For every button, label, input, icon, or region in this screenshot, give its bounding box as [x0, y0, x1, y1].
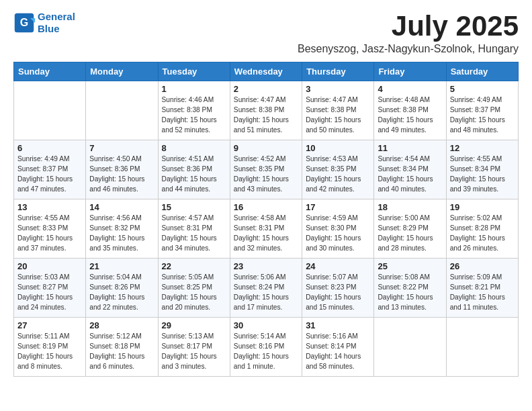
- calendar-cell: 12Sunrise: 4:55 AM Sunset: 8:34 PM Dayli…: [446, 140, 518, 199]
- calendar-cell: 19Sunrise: 5:02 AM Sunset: 8:28 PM Dayli…: [446, 199, 518, 259]
- logo-icon: G: [13, 12, 35, 34]
- day-info: Sunrise: 4:49 AM Sunset: 8:37 PM Dayligh…: [17, 154, 82, 194]
- calendar-cell: 23Sunrise: 5:06 AM Sunset: 8:24 PM Dayli…: [230, 259, 302, 318]
- weekday-header-thursday: Thursday: [302, 62, 374, 81]
- title-block: July 2025 Besenyszog, Jasz-Nagykun-Szoln…: [298, 11, 519, 55]
- day-number: 9: [234, 143, 298, 153]
- calendar-cell: 27Sunrise: 5:11 AM Sunset: 8:19 PM Dayli…: [14, 318, 86, 377]
- weekday-header-sunday: Sunday: [14, 62, 86, 81]
- calendar-cell: 9Sunrise: 4:52 AM Sunset: 8:35 PM Daylig…: [230, 140, 302, 199]
- calendar-cell: 22Sunrise: 5:05 AM Sunset: 8:25 PM Dayli…: [158, 259, 230, 318]
- day-number: 30: [234, 320, 298, 330]
- day-number: 28: [89, 320, 154, 330]
- day-number: 1: [162, 84, 226, 94]
- calendar-cell: 5Sunrise: 4:49 AM Sunset: 8:37 PM Daylig…: [446, 81, 518, 140]
- day-number: 8: [162, 143, 226, 153]
- weekday-header-tuesday: Tuesday: [158, 62, 230, 81]
- day-number: 18: [378, 202, 442, 212]
- svg-text:G: G: [20, 17, 28, 28]
- calendar-cell: 7Sunrise: 4:50 AM Sunset: 8:36 PM Daylig…: [86, 140, 158, 199]
- day-number: 20: [17, 261, 82, 271]
- location-title: Besenyszog, Jasz-Nagykun-Szolnok, Hungar…: [298, 43, 519, 55]
- calendar-cell: [446, 318, 518, 377]
- day-info: Sunrise: 4:52 AM Sunset: 8:35 PM Dayligh…: [234, 154, 298, 194]
- day-info: Sunrise: 5:14 AM Sunset: 8:16 PM Dayligh…: [234, 332, 298, 371]
- calendar-table: SundayMondayTuesdayWednesdayThursdayFrid…: [13, 62, 519, 377]
- day-number: 7: [89, 143, 154, 153]
- calendar-cell: [14, 81, 86, 140]
- day-info: Sunrise: 4:50 AM Sunset: 8:36 PM Dayligh…: [89, 154, 154, 194]
- calendar-cell: 24Sunrise: 5:07 AM Sunset: 8:23 PM Dayli…: [302, 259, 374, 318]
- day-number: 13: [17, 202, 82, 212]
- day-number: 15: [162, 202, 226, 212]
- day-info: Sunrise: 5:03 AM Sunset: 8:27 PM Dayligh…: [17, 273, 82, 312]
- calendar-cell: 8Sunrise: 4:51 AM Sunset: 8:36 PM Daylig…: [158, 140, 230, 199]
- day-info: Sunrise: 4:59 AM Sunset: 8:30 PM Dayligh…: [306, 214, 370, 253]
- calendar-cell: 15Sunrise: 4:57 AM Sunset: 8:31 PM Dayli…: [158, 199, 230, 259]
- calendar-cell: 29Sunrise: 5:13 AM Sunset: 8:17 PM Dayli…: [158, 318, 230, 377]
- day-number: 31: [306, 320, 370, 330]
- day-info: Sunrise: 5:00 AM Sunset: 8:29 PM Dayligh…: [378, 214, 442, 253]
- day-info: Sunrise: 4:47 AM Sunset: 8:38 PM Dayligh…: [306, 95, 370, 135]
- day-info: Sunrise: 5:04 AM Sunset: 8:26 PM Dayligh…: [89, 273, 154, 312]
- day-info: Sunrise: 4:55 AM Sunset: 8:33 PM Dayligh…: [17, 214, 82, 253]
- calendar-cell: 28Sunrise: 5:12 AM Sunset: 8:18 PM Dayli…: [86, 318, 158, 377]
- day-info: Sunrise: 4:56 AM Sunset: 8:32 PM Dayligh…: [89, 214, 154, 253]
- logo-line1: General: [38, 11, 75, 22]
- calendar-cell: 14Sunrise: 4:56 AM Sunset: 8:32 PM Dayli…: [86, 199, 158, 259]
- week-row-3: 13Sunrise: 4:55 AM Sunset: 8:33 PM Dayli…: [14, 199, 519, 259]
- weekday-header-wednesday: Wednesday: [230, 62, 302, 81]
- calendar-cell: 21Sunrise: 5:04 AM Sunset: 8:26 PM Dayli…: [86, 259, 158, 318]
- day-number: 3: [306, 84, 370, 94]
- logo-line2: Blue: [38, 23, 60, 34]
- day-info: Sunrise: 4:51 AM Sunset: 8:36 PM Dayligh…: [162, 154, 226, 194]
- calendar-cell: 16Sunrise: 4:58 AM Sunset: 8:31 PM Dayli…: [230, 199, 302, 259]
- week-row-4: 20Sunrise: 5:03 AM Sunset: 8:27 PM Dayli…: [14, 259, 519, 318]
- day-number: 11: [378, 143, 442, 153]
- calendar-cell: 2Sunrise: 4:47 AM Sunset: 8:38 PM Daylig…: [230, 81, 302, 140]
- day-number: 29: [162, 320, 226, 330]
- calendar-cell: 13Sunrise: 4:55 AM Sunset: 8:33 PM Dayli…: [14, 199, 86, 259]
- day-info: Sunrise: 5:09 AM Sunset: 8:21 PM Dayligh…: [450, 273, 515, 312]
- week-row-2: 6Sunrise: 4:49 AM Sunset: 8:37 PM Daylig…: [14, 140, 519, 199]
- week-row-5: 27Sunrise: 5:11 AM Sunset: 8:19 PM Dayli…: [14, 318, 519, 377]
- calendar-cell: 10Sunrise: 4:53 AM Sunset: 8:35 PM Dayli…: [302, 140, 374, 199]
- page-header: G General Blue July 2025 Besenyszog, Jas…: [13, 11, 519, 55]
- day-info: Sunrise: 4:53 AM Sunset: 8:35 PM Dayligh…: [306, 154, 370, 194]
- day-number: 25: [378, 261, 442, 271]
- day-number: 6: [17, 143, 82, 153]
- day-info: Sunrise: 4:58 AM Sunset: 8:31 PM Dayligh…: [234, 214, 298, 253]
- day-number: 26: [450, 261, 515, 271]
- day-number: 21: [89, 261, 154, 271]
- calendar-cell: 4Sunrise: 4:48 AM Sunset: 8:38 PM Daylig…: [374, 81, 446, 140]
- day-number: 22: [162, 261, 226, 271]
- day-number: 23: [234, 261, 298, 271]
- day-number: 27: [17, 320, 82, 330]
- day-info: Sunrise: 5:16 AM Sunset: 8:14 PM Dayligh…: [306, 332, 370, 371]
- weekday-header-row: SundayMondayTuesdayWednesdayThursdayFrid…: [14, 62, 519, 81]
- day-number: 5: [450, 84, 515, 94]
- day-info: Sunrise: 4:48 AM Sunset: 8:38 PM Dayligh…: [378, 95, 442, 135]
- calendar-cell: 26Sunrise: 5:09 AM Sunset: 8:21 PM Dayli…: [446, 259, 518, 318]
- day-info: Sunrise: 5:06 AM Sunset: 8:24 PM Dayligh…: [234, 273, 298, 312]
- calendar-cell: 11Sunrise: 4:54 AM Sunset: 8:34 PM Dayli…: [374, 140, 446, 199]
- day-info: Sunrise: 5:02 AM Sunset: 8:28 PM Dayligh…: [450, 214, 515, 253]
- weekday-header-saturday: Saturday: [446, 62, 518, 81]
- calendar-cell: 18Sunrise: 5:00 AM Sunset: 8:29 PM Dayli…: [374, 199, 446, 259]
- weekday-header-friday: Friday: [374, 62, 446, 81]
- calendar-cell: 30Sunrise: 5:14 AM Sunset: 8:16 PM Dayli…: [230, 318, 302, 377]
- day-number: 10: [306, 143, 370, 153]
- calendar-cell: [374, 318, 446, 377]
- calendar-cell: 3Sunrise: 4:47 AM Sunset: 8:38 PM Daylig…: [302, 81, 374, 140]
- day-info: Sunrise: 5:05 AM Sunset: 8:25 PM Dayligh…: [162, 273, 226, 312]
- day-number: 2: [234, 84, 298, 94]
- calendar-cell: 6Sunrise: 4:49 AM Sunset: 8:37 PM Daylig…: [14, 140, 86, 199]
- day-number: 4: [378, 84, 442, 94]
- calendar-cell: 25Sunrise: 5:08 AM Sunset: 8:22 PM Dayli…: [374, 259, 446, 318]
- calendar-cell: 31Sunrise: 5:16 AM Sunset: 8:14 PM Dayli…: [302, 318, 374, 377]
- day-number: 17: [306, 202, 370, 212]
- week-row-1: 1Sunrise: 4:46 AM Sunset: 8:38 PM Daylig…: [14, 81, 519, 140]
- day-info: Sunrise: 4:46 AM Sunset: 8:38 PM Dayligh…: [162, 95, 226, 135]
- day-info: Sunrise: 4:57 AM Sunset: 8:31 PM Dayligh…: [162, 214, 226, 253]
- day-info: Sunrise: 5:11 AM Sunset: 8:19 PM Dayligh…: [17, 332, 82, 371]
